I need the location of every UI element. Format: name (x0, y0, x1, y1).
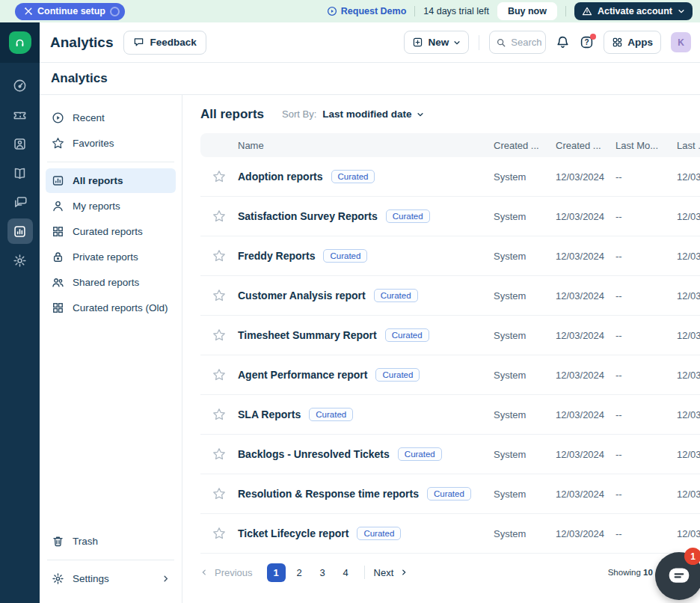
favorite-star-icon[interactable] (200, 408, 238, 421)
freshdesk-logo[interactable] (0, 22, 40, 63)
chevron-down-icon (417, 111, 424, 118)
sidebar-item-private-reports[interactable]: Private reports (46, 245, 176, 269)
tickets-icon[interactable] (7, 102, 33, 127)
reports-main: All reports Sort By: Last modified date … (182, 95, 700, 603)
last-modified-on-cell: 12/03/2024 (677, 449, 700, 460)
product-icon-rail (0, 22, 40, 603)
grid-icon (52, 302, 64, 314)
knowledge-base-icon[interactable] (7, 160, 33, 186)
reports-board-icon (52, 174, 64, 187)
user-avatar[interactable]: K (671, 32, 691, 52)
favorite-star-icon[interactable] (200, 289, 238, 302)
report-name-link[interactable]: Freddy Reports (238, 250, 315, 262)
request-demo-link[interactable]: Request Demo (327, 6, 407, 16)
sidebar-item-curated-reports[interactable]: Curated reports (46, 219, 176, 244)
sort-by-dropdown[interactable]: Sort By: Last modified date (282, 108, 424, 120)
column-header-last-modified-on[interactable]: Last ... (677, 140, 700, 151)
created-by-cell: System (494, 409, 556, 420)
created-by-cell: System (494, 171, 556, 183)
column-header-last-modified-by[interactable]: Last Mo... (615, 140, 677, 151)
activate-account-button[interactable]: Activate account (574, 2, 693, 20)
curated-badge: Curated (398, 447, 442, 461)
table-header-row: Name Created ... Created ... Last Mo... … (200, 133, 700, 157)
created-on-cell: 12/03/2024 (556, 290, 615, 302)
recent-play-icon (52, 111, 64, 124)
favorite-star-icon[interactable] (200, 368, 238, 382)
new-report-button[interactable]: New (404, 31, 469, 54)
global-search[interactable] (489, 31, 546, 54)
help-icon[interactable]: ? (580, 35, 594, 49)
report-name-link[interactable]: Backlogs - Unresolved Tickets (238, 448, 390, 460)
last-modified-by-cell: -- (615, 528, 677, 539)
continue-setup-button[interactable]: Continue setup (15, 3, 125, 20)
report-name-link[interactable]: Adoption reports (238, 171, 323, 183)
favorite-star-icon[interactable] (200, 249, 238, 263)
forums-icon[interactable] (7, 189, 33, 215)
search-input[interactable] (511, 37, 542, 48)
last-modified-on-cell: 12/03/2024 (677, 528, 700, 539)
previous-page-button[interactable]: Previous (200, 567, 253, 578)
sidebar-item-all-reports[interactable]: All reports (46, 168, 176, 193)
report-name-link[interactable]: Customer Analysis report (238, 290, 366, 302)
analytics-icon[interactable] (7, 218, 33, 244)
last-modified-by-cell: -- (615, 251, 677, 262)
sidebar-item-shared-reports[interactable]: Shared reports (46, 270, 176, 295)
created-on-cell: 12/03/2024 (556, 370, 615, 381)
notifications-bell-icon[interactable] (556, 35, 570, 49)
reports-table: Name Created ... Created ... Last Mo... … (200, 133, 700, 554)
divider (47, 560, 174, 560)
created-by-cell: System (494, 489, 556, 500)
buy-now-button[interactable]: Buy now (497, 2, 557, 20)
feedback-button[interactable]: Feedback (123, 31, 206, 55)
sidebar-item-settings[interactable]: Settings (46, 566, 176, 591)
trial-days-text: 14 days trial left (423, 6, 489, 16)
admin-gear-icon[interactable] (7, 248, 33, 273)
contacts-icon[interactable] (7, 131, 33, 156)
report-name-link[interactable]: Satisfaction Survey Reports (238, 210, 378, 222)
person-icon (52, 200, 64, 212)
created-by-cell: System (494, 449, 556, 460)
curated-badge: Curated (357, 527, 401, 540)
page-button-4[interactable]: 4 (337, 563, 355, 582)
favorite-star-icon[interactable] (200, 487, 238, 501)
column-header-created-by[interactable]: Created ... (494, 140, 556, 151)
favorite-star-icon[interactable] (200, 447, 238, 461)
setup-progress-ring (110, 7, 120, 16)
divider (479, 35, 479, 50)
favorite-star-icon[interactable] (200, 170, 238, 183)
report-name-link[interactable]: SLA Reports (238, 408, 301, 420)
column-header-created-on[interactable]: Created ... (556, 140, 615, 151)
table-body: Adoption reports Curated System 12/03/20… (200, 157, 700, 554)
report-name-link[interactable]: Agent Performance report (238, 369, 367, 381)
report-name-link[interactable]: Resolution & Response time reports (238, 488, 419, 500)
apps-button[interactable]: Apps (604, 31, 661, 54)
report-name-link[interactable]: Timesheet Summary Report (238, 329, 377, 341)
last-modified-by-cell: -- (615, 409, 677, 420)
page-button-1[interactable]: 1 (267, 563, 286, 582)
column-header-name[interactable]: Name (238, 140, 494, 151)
last-modified-on-cell: 12/03/2024 (677, 370, 700, 381)
sidebar-item-curated-reports-old[interactable]: Curated reports (Old) (46, 296, 176, 320)
sidebar-item-favorites[interactable]: Favorites (46, 131, 176, 156)
continue-setup-label: Continue setup (37, 6, 105, 16)
trial-topbar: Continue setup Request Demo 14 days tria… (0, 0, 700, 22)
sidebar-item-my-reports[interactable]: My reports (46, 194, 176, 218)
sort-value: Last modified date (322, 108, 411, 120)
play-circle-icon (327, 6, 337, 16)
last-modified-by-cell: -- (615, 290, 677, 302)
sidebar-item-recent[interactable]: Recent (46, 105, 176, 130)
sidebar-item-trash[interactable]: Trash (46, 529, 176, 554)
favorite-star-icon[interactable] (200, 209, 238, 223)
help-notification-dot (590, 34, 596, 40)
favorite-star-icon[interactable] (200, 328, 238, 342)
chat-widget-button[interactable]: 1 (655, 552, 700, 600)
next-page-button[interactable]: Next (374, 567, 408, 578)
favorite-star-icon[interactable] (200, 527, 238, 540)
report-name-link[interactable]: Ticket Lifecycle report (238, 527, 349, 539)
created-on-cell: 12/03/2024 (556, 409, 615, 420)
app-header: Analytics Feedback New ? (40, 22, 700, 63)
page-button-3[interactable]: 3 (313, 563, 332, 582)
dashboard-icon[interactable] (7, 73, 33, 98)
page-button-2[interactable]: 2 (290, 563, 309, 582)
created-on-cell: 12/03/2024 (556, 528, 615, 539)
